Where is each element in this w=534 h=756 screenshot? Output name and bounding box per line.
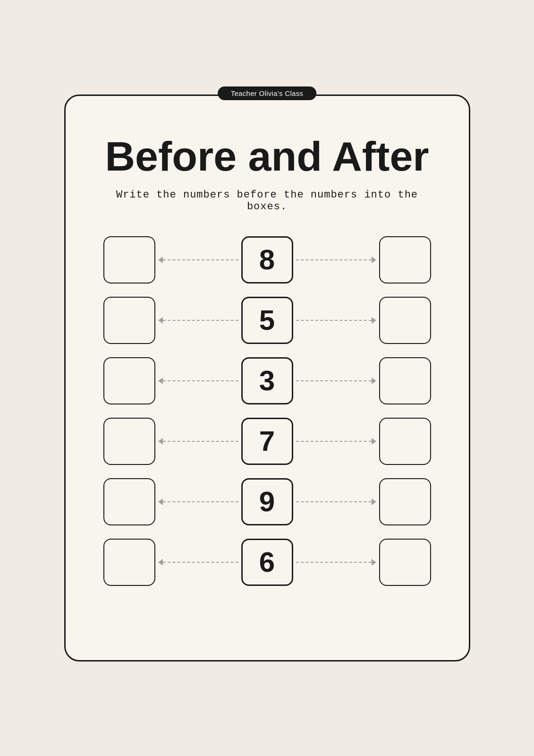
arrow-right-1 [372, 257, 376, 263]
right-connector-2 [296, 317, 376, 324]
arrow-left-5 [158, 498, 163, 505]
after-box-4[interactable] [379, 418, 431, 465]
arrow-right-4 [372, 438, 376, 445]
number-value-3: 3 [259, 364, 275, 397]
arrow-right-2 [372, 317, 376, 324]
number-row: 6 [103, 539, 431, 586]
arrow-left-4 [158, 438, 163, 445]
before-box-6[interactable] [103, 539, 155, 586]
dashed-line-left-6 [163, 562, 238, 563]
dashed-line-right-6 [296, 562, 372, 563]
left-connector-3 [158, 378, 238, 384]
number-value-5: 9 [259, 485, 275, 518]
number-row: 3 [103, 357, 431, 404]
dashed-line-left-4 [163, 441, 238, 442]
before-box-3[interactable] [103, 357, 155, 404]
number-box-3: 3 [241, 357, 293, 404]
arrow-left-2 [158, 317, 163, 324]
right-connector-4 [296, 438, 376, 445]
after-box-1[interactable] [379, 236, 431, 284]
arrow-right-6 [372, 559, 376, 566]
right-connector-3 [296, 378, 376, 384]
number-row: 8 [103, 236, 431, 284]
dashed-line-right-5 [296, 501, 372, 502]
right-connector-6 [296, 559, 376, 566]
left-connector-6 [158, 559, 238, 566]
dashed-line-left-5 [163, 501, 238, 502]
dashed-line-right-1 [296, 259, 372, 260]
teacher-badge: Teacher Olivia's Class [218, 86, 317, 100]
left-connector-1 [158, 257, 238, 263]
instructions: Write the numbers before the numbers int… [103, 189, 431, 213]
right-connector-5 [296, 498, 376, 505]
left-connector-2 [158, 317, 238, 324]
before-box-2[interactable] [103, 297, 155, 344]
before-box-4[interactable] [103, 418, 155, 465]
number-value-6: 6 [259, 546, 275, 578]
after-box-5[interactable] [379, 478, 431, 525]
before-box-1[interactable] [103, 236, 155, 284]
dashed-line-right-2 [296, 320, 372, 321]
page-title: Before and After [105, 134, 429, 180]
number-box-2: 5 [241, 297, 293, 344]
number-value-4: 7 [259, 425, 275, 457]
left-connector-5 [158, 498, 238, 505]
right-connector-1 [296, 257, 376, 263]
arrow-left-1 [158, 257, 163, 263]
dashed-line-left-2 [163, 320, 238, 321]
dashed-line-right-4 [296, 441, 372, 442]
dashed-line-right-3 [296, 380, 372, 381]
arrow-left-3 [158, 378, 163, 384]
number-value-1: 8 [259, 243, 275, 276]
left-connector-4 [158, 438, 238, 445]
after-box-2[interactable] [379, 297, 431, 344]
number-box-1: 8 [241, 236, 293, 284]
number-box-6: 6 [241, 539, 293, 586]
arrow-right-5 [372, 498, 376, 505]
number-row: 7 [103, 418, 431, 465]
number-row: 5 [103, 297, 431, 344]
dashed-line-left-1 [163, 259, 238, 260]
number-box-4: 7 [241, 418, 293, 465]
before-box-5[interactable] [103, 478, 155, 525]
number-value-2: 5 [259, 304, 275, 336]
rows-container: 8 5 [103, 236, 431, 586]
arrow-left-6 [158, 559, 163, 566]
after-box-3[interactable] [379, 357, 431, 404]
arrow-right-3 [372, 378, 376, 384]
page-container: Teacher Olivia's Class Before and After … [64, 94, 470, 662]
after-box-6[interactable] [379, 539, 431, 586]
number-row: 9 [103, 478, 431, 525]
dashed-line-left-3 [163, 380, 238, 381]
badge-label: Teacher Olivia's Class [231, 89, 304, 97]
number-box-5: 9 [241, 478, 293, 525]
